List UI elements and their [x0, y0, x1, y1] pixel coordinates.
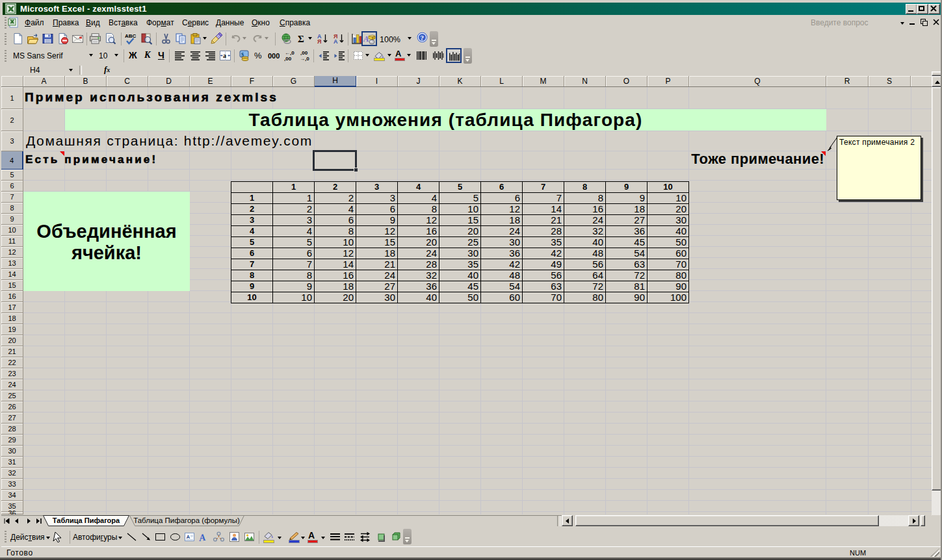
svg-text:А: А — [187, 534, 190, 540]
svg-text:,00: ,00 — [284, 56, 292, 62]
svg-text:,00: ,00 — [300, 50, 308, 56]
svg-text:А: А — [334, 38, 338, 45]
svg-text:A: A — [198, 532, 206, 543]
svg-text:→,0: →,0 — [300, 56, 309, 62]
svg-text:←,0: ←,0 — [285, 50, 294, 56]
svg-text:a: a — [223, 52, 226, 59]
svg-text:?: ? — [420, 34, 424, 42]
svg-text:Я: Я — [317, 38, 321, 45]
svg-text:ABC: ABC — [125, 33, 137, 39]
svg-text:Σ: Σ — [298, 34, 304, 44]
svg-text:A: A — [363, 34, 369, 44]
